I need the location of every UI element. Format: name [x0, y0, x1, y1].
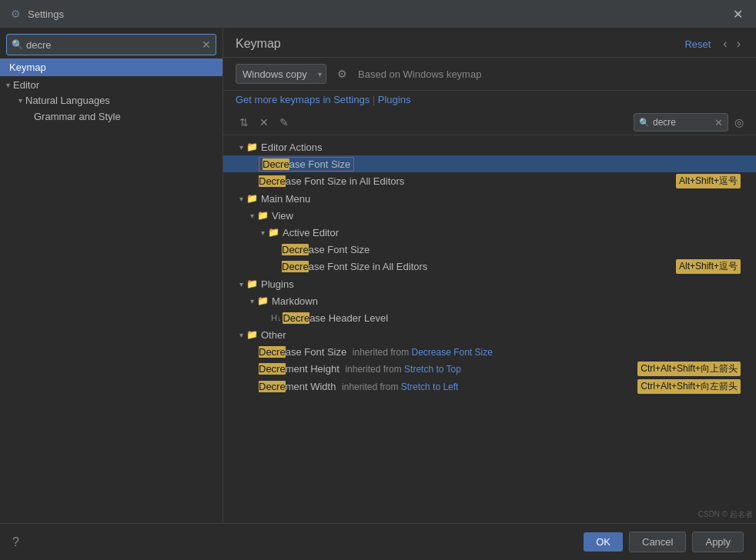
folder-icon: 📁: [268, 227, 279, 238]
shortcut-badge: Alt+Shift+逗号: [676, 259, 741, 274]
help-icon[interactable]: ?: [12, 535, 19, 549]
gear-icon-button[interactable]: ⚙: [333, 66, 352, 82]
tree-content: ▾ 📁 Editor Actions Decrease Font Size De…: [223, 135, 756, 523]
right-search-icon: 🔍: [639, 118, 650, 128]
dialog-title: Settings: [28, 8, 728, 20]
tree-row-decrement-width[interactable]: Decrement Width inherited from Stretch t…: [223, 378, 756, 395]
heading-icon: H↓: [271, 313, 281, 322]
right-search-clear-icon[interactable]: ✕: [714, 117, 723, 128]
nav-forward-button[interactable]: ›: [734, 35, 744, 52]
section-label: Plugins: [261, 278, 744, 290]
reset-button[interactable]: Reset: [684, 38, 711, 50]
separator: |: [373, 94, 378, 105]
highlight-text: Decre: [259, 363, 286, 375]
inherited-link[interactable]: Decrease Font Size: [412, 347, 493, 358]
keymap-toolbar: ⇅ ✕ ✎ 🔍 ✕ ◎: [223, 110, 756, 135]
tree-row-decrease-font-size-all-2[interactable]: Decrease Font Size in All Editors Alt+Sh…: [223, 258, 756, 275]
get-more-keymaps-link[interactable]: Get more keymaps in Settings: [236, 94, 370, 105]
folder-icon: 📁: [246, 193, 258, 204]
grammar-style-label: Grammar and Style: [34, 111, 121, 122]
tree-row-decrease-font-size-2[interactable]: Decrease Font Size: [223, 241, 756, 258]
inherited-from-text: inherited from Stretch to Left: [342, 382, 458, 392]
keymap-dropdown[interactable]: Windows copy: [236, 64, 326, 84]
settings-icon: ⚙: [9, 8, 22, 20]
based-on-text: Based on Windows keymap: [358, 68, 481, 80]
left-panel: 🔍 ✕ Keymap ▾ Editor ▾ Natural Languages …: [0, 28, 223, 523]
highlight-text: Decre: [259, 175, 286, 187]
editor-arrow: ▾: [6, 81, 10, 89]
highlight-text: Decre: [259, 346, 286, 358]
highlight-text: Decre: [263, 158, 289, 170]
section-label: Active Editor: [283, 227, 744, 238]
section-other[interactable]: ▾ 📁 Other: [223, 326, 756, 343]
sidebar-item-editor[interactable]: ▾ Editor: [0, 76, 222, 92]
right-search-input[interactable]: [653, 117, 714, 128]
folder-icon: 📁: [246, 329, 258, 340]
main-area: 🔍 ✕ Keymap ▾ Editor ▾ Natural Languages …: [0, 28, 756, 523]
section-active-editor[interactable]: ▾ 📁 Active Editor: [223, 224, 756, 241]
tree-row-decrease-font-size-all[interactable]: Decrease Font Size in All Editors Alt+Sh…: [223, 172, 756, 190]
sidebar-item-natural-languages[interactable]: ▾ Natural Languages: [0, 92, 222, 108]
expand-arrow: ▾: [246, 212, 257, 220]
section-main-menu[interactable]: ▾ 📁 Main Menu: [223, 190, 756, 207]
section-plugins[interactable]: ▾ 📁 Plugins: [223, 275, 756, 292]
keymap-controls: Windows copy ▾ ⚙ Based on Windows keymap: [223, 58, 756, 91]
highlight-text: Decre: [282, 261, 309, 272]
highlight-text: Decre: [282, 244, 309, 255]
inherited-from-text: inherited from Stretch to Top: [345, 364, 461, 375]
nav-arrows: ‹ ›: [720, 35, 744, 52]
item-label: Decrement Height inherited from Stretch …: [259, 363, 637, 375]
expand-arrow: ▾: [246, 297, 257, 305]
item-label: Decrease Font Size inherited from Decrea…: [259, 346, 744, 358]
section-view[interactable]: ▾ 📁 View: [223, 207, 756, 224]
get-more-line: Get more keymaps in Settings | Plugins: [223, 91, 756, 110]
bottom-bar: ? OK Cancel Apply: [0, 523, 756, 560]
shortcut-badge: Ctrl+Alt+Shift+向上箭头: [637, 362, 741, 376]
plugins-link[interactable]: Plugins: [378, 94, 411, 105]
delete-button[interactable]: ✕: [256, 114, 273, 131]
expand-arrow: ▾: [236, 331, 246, 339]
section-markdown[interactable]: ▾ 📁 Markdown: [223, 292, 756, 309]
shortcut-badge: Alt+Shift+逗号: [676, 174, 741, 188]
apply-button[interactable]: Apply: [692, 532, 744, 552]
expand-arrow: ▾: [257, 228, 268, 237]
item-label: Decrease Header Level: [283, 312, 744, 324]
watermark: CSDN © 起名者: [695, 508, 756, 522]
settings-dialog: ⚙ Settings ✕ 🔍 ✕ Keymap ▾ Editor ▾ Natur…: [0, 0, 756, 560]
keymap-dropdown-wrapper: Windows copy ▾: [236, 64, 326, 84]
edit-button[interactable]: ✎: [276, 114, 293, 131]
folder-icon: 📁: [257, 210, 269, 221]
tree-row-decrease-header[interactable]: H↓ Decrease Header Level: [223, 309, 756, 326]
sidebar-item-grammar-style[interactable]: Grammar and Style: [0, 108, 222, 125]
expand-arrow: ▾: [236, 143, 246, 152]
ok-button[interactable]: OK: [584, 532, 623, 552]
nav-back-button[interactable]: ‹: [720, 35, 730, 52]
tree-row-decrease-font-size-3[interactable]: Decrease Font Size inherited from Decrea…: [223, 343, 756, 360]
natural-languages-arrow: ▾: [18, 96, 22, 105]
section-label: View: [272, 210, 744, 222]
section-label: Other: [261, 329, 744, 341]
sidebar-item-keymap[interactable]: Keymap: [0, 58, 222, 76]
folder-icon: 📁: [246, 142, 258, 152]
section-label: Editor Actions: [261, 142, 744, 153]
highlight-text: Decre: [283, 312, 309, 324]
item-label: Decrease Font Size in All Editors: [259, 175, 676, 187]
close-button[interactable]: ✕: [728, 5, 747, 23]
editor-label: Editor: [13, 79, 39, 91]
highlight-text: Decre: [259, 381, 286, 392]
tree-row-decrease-font-size[interactable]: Decrease Font Size: [223, 155, 756, 172]
find-usages-button[interactable]: ◎: [734, 116, 744, 128]
cancel-button[interactable]: Cancel: [629, 532, 686, 552]
item-label: Decrease Font Size: [259, 158, 744, 170]
expand-collapse-button[interactable]: ⇅: [236, 114, 253, 131]
search-clear-icon[interactable]: ✕: [202, 38, 211, 51]
inherited-link[interactable]: Stretch to Top: [404, 364, 461, 375]
tree-row-decrement-height[interactable]: Decrement Height inherited from Stretch …: [223, 360, 756, 378]
inherited-link[interactable]: Stretch to Left: [401, 382, 459, 392]
natural-languages-label: Natural Languages: [25, 95, 110, 106]
selected-box: Decrease Font Size: [259, 157, 354, 172]
section-editor-actions[interactable]: ▾ 📁 Editor Actions: [223, 138, 756, 155]
shortcut-badge: Ctrl+Alt+Shift+向左箭头: [637, 379, 741, 394]
search-input[interactable]: [26, 39, 202, 51]
title-bar: ⚙ Settings ✕: [0, 0, 756, 28]
